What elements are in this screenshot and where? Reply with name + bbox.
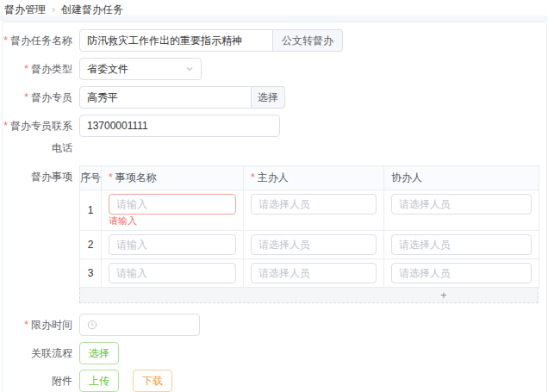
form-row-related-process: 关联流程 选择 xyxy=(3,342,546,364)
main-person-input[interactable] xyxy=(251,263,377,283)
row-index: 3 xyxy=(80,259,102,288)
supervisor-select-button[interactable]: 选择 xyxy=(252,86,285,109)
document-to-supervision-button[interactable]: 公文转督办 xyxy=(273,29,343,52)
upload-button[interactable]: 上传 xyxy=(79,370,119,392)
item-name-input[interactable] xyxy=(109,234,236,255)
related-process-select-button[interactable]: 选择 xyxy=(79,342,119,364)
table-row: 1 请输入 xyxy=(80,190,539,231)
task-type-label: 督办类型 xyxy=(3,58,79,80)
form-row-phone: 督办专员联系电话 xyxy=(3,115,546,159)
co-person-input[interactable] xyxy=(391,234,532,255)
breadcrumb: 督办管理 › 创建督办任务 xyxy=(0,0,548,16)
item-name-error: 请输入 xyxy=(109,215,236,227)
plus-icon[interactable]: + xyxy=(440,289,447,302)
deadline-label: 限办时间 xyxy=(3,314,79,336)
column-header-co-person: 协办人 xyxy=(384,166,539,190)
form-row-supervisor: 督办专员 选择 xyxy=(3,86,546,109)
form-card: 督办任务名称 公文转督办 督办类型 省委文件 督办专员 选择 督办专员联系电话 … xyxy=(2,22,547,392)
related-process-label: 关联流程 xyxy=(3,342,79,364)
supervisor-label: 督办专员 xyxy=(3,86,79,109)
items-table-wrap: 序号 事项名称 主办人 协办人 1 请输入 2 xyxy=(79,165,539,303)
breadcrumb-separator-icon: › xyxy=(52,3,55,16)
item-name-input[interactable] xyxy=(109,263,236,283)
form-row-task-name: 督办任务名称 公文转督办 xyxy=(3,29,546,52)
supervisor-input[interactable] xyxy=(79,86,252,109)
column-header-index: 序号 xyxy=(80,166,102,190)
main-person-input[interactable] xyxy=(251,234,377,255)
row-index: 1 xyxy=(80,190,102,231)
co-person-input[interactable] xyxy=(391,263,532,283)
co-person-input[interactable] xyxy=(391,194,532,215)
item-name-input[interactable] xyxy=(109,194,236,215)
breadcrumb-item-supervision[interactable]: 督办管理 xyxy=(4,3,46,17)
breadcrumb-item-create-task: 创建督办任务 xyxy=(61,3,123,17)
task-type-select[interactable]: 省委文件 xyxy=(79,58,202,80)
task-name-group: 公文转督办 xyxy=(79,29,343,52)
column-header-main-person: 主办人 xyxy=(244,166,384,190)
table-row: 3 xyxy=(80,259,539,288)
task-name-label: 督办任务名称 xyxy=(3,29,79,52)
clock-icon xyxy=(87,320,97,330)
task-type-value: 省委文件 xyxy=(87,62,128,77)
add-row-button[interactable]: + xyxy=(79,288,539,303)
phone-input[interactable] xyxy=(79,115,280,137)
chevron-down-icon xyxy=(185,65,194,73)
supervisor-group: 选择 xyxy=(79,86,285,109)
deadline-time-input[interactable] xyxy=(79,314,200,336)
form-row-task-type: 督办类型 省委文件 xyxy=(3,58,546,80)
main-person-input[interactable] xyxy=(251,194,377,215)
download-button[interactable]: 下载 xyxy=(133,370,172,392)
row-index: 2 xyxy=(80,231,102,259)
phone-label: 督办专员联系电话 xyxy=(3,115,79,159)
items-label: 督办事项 xyxy=(3,165,79,188)
items-table-header-row: 序号 事项名称 主办人 协办人 xyxy=(80,166,539,190)
form-row-attachment: 附件 上传 下载 xyxy=(3,370,546,392)
attachment-label: 附件 xyxy=(3,370,79,392)
form-row-items: 督办事项 序号 事项名称 主办人 协办人 1 请输入 xyxy=(3,165,546,303)
task-name-input[interactable] xyxy=(79,29,273,52)
form-row-deadline: 限办时间 xyxy=(3,314,546,336)
column-header-item-name: 事项名称 xyxy=(102,166,244,190)
table-row: 2 xyxy=(80,231,539,259)
items-table: 序号 事项名称 主办人 协办人 1 请输入 2 xyxy=(79,165,539,288)
